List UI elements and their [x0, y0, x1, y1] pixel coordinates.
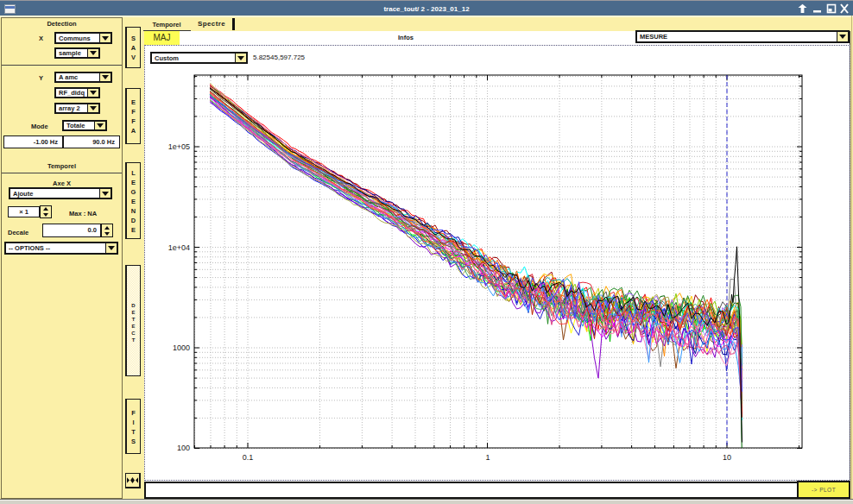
svg-text:1e+04: 1e+04: [168, 243, 190, 252]
svg-text:1000: 1000: [173, 343, 190, 352]
svg-text:10: 10: [723, 453, 731, 462]
svg-text:100: 100: [177, 444, 190, 452]
svg-text:0.1: 0.1: [243, 453, 254, 462]
svg-text:1e+05: 1e+05: [168, 142, 190, 151]
svg-text:1: 1: [485, 453, 490, 462]
